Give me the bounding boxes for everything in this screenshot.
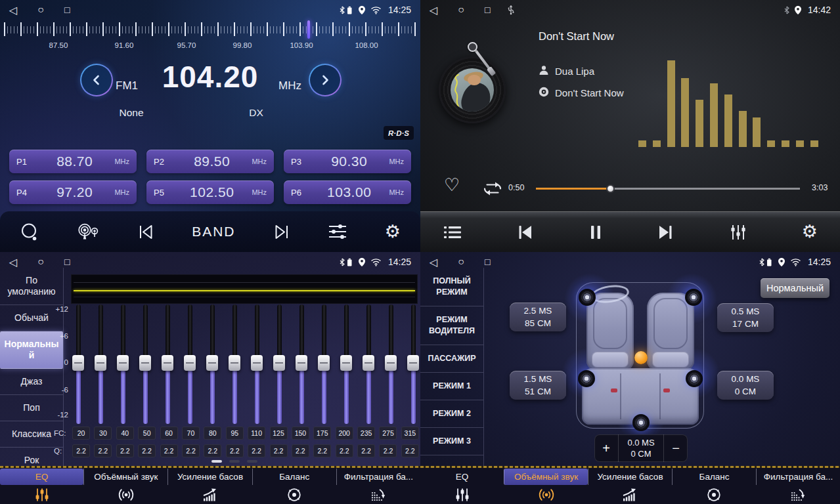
favorite-icon[interactable]: ♡ bbox=[444, 175, 460, 196]
fc-value[interactable]: 200 bbox=[336, 427, 353, 440]
back-icon[interactable]: ◁ bbox=[430, 256, 437, 268]
settings-gear-icon[interactable]: ⚙ bbox=[802, 223, 818, 241]
slider-thumb[interactable] bbox=[340, 355, 352, 371]
speaker-rear-right[interactable] bbox=[686, 370, 703, 387]
seek-down-button[interactable] bbox=[80, 64, 113, 96]
speaker-front-left[interactable] bbox=[579, 289, 596, 306]
eq-band-slider[interactable] bbox=[206, 304, 218, 425]
tuner-needle[interactable] bbox=[307, 20, 310, 39]
fc-value[interactable]: 110 bbox=[248, 427, 265, 440]
fc-value[interactable]: 40 bbox=[116, 427, 134, 440]
eq-band-slider[interactable] bbox=[229, 304, 240, 425]
eq-band-slider[interactable] bbox=[363, 304, 374, 425]
increase-delay-button[interactable]: + bbox=[594, 434, 618, 462]
q-value[interactable]: 2.2 bbox=[160, 444, 178, 457]
decrease-delay-button[interactable]: − bbox=[664, 434, 688, 462]
slider-thumb[interactable] bbox=[251, 355, 263, 371]
q-value[interactable]: 2.2 bbox=[336, 444, 353, 457]
speaker-rear-left[interactable] bbox=[578, 370, 595, 387]
fc-value[interactable]: 175 bbox=[313, 427, 331, 440]
fc-value[interactable]: 125 bbox=[270, 427, 288, 440]
preset-button[interactable]: P5102.50MHz bbox=[146, 180, 274, 204]
slider-thumb[interactable] bbox=[363, 355, 374, 371]
fc-value[interactable]: 20 bbox=[72, 427, 90, 440]
slider-thumb[interactable] bbox=[229, 355, 240, 371]
q-value[interactable]: 2.2 bbox=[270, 444, 288, 457]
tab-bass-boost[interactable]: Усиление басов bbox=[167, 469, 252, 485]
fc-value[interactable]: 315 bbox=[401, 427, 419, 440]
slider-thumb[interactable] bbox=[318, 355, 330, 371]
playlist-icon[interactable] bbox=[443, 224, 462, 240]
listening-mode-item[interactable]: РЕЖИМ 2 bbox=[420, 400, 483, 428]
listening-mode-item[interactable]: РЕЖИМ 1 bbox=[420, 373, 483, 400]
eq-band-slider[interactable] bbox=[385, 304, 397, 425]
slider-thumb[interactable] bbox=[385, 355, 397, 371]
home-icon[interactable]: ○ bbox=[37, 256, 44, 268]
q-value[interactable]: 2.2 bbox=[248, 444, 265, 457]
speaker-front-right[interactable] bbox=[685, 289, 702, 306]
fc-value[interactable]: 70 bbox=[182, 427, 200, 440]
home-icon[interactable]: ○ bbox=[458, 256, 464, 268]
delay-rear-right-button[interactable]: 0.0 MS 0 CM bbox=[717, 371, 774, 400]
eq-band-slider[interactable] bbox=[340, 304, 352, 425]
preset-button[interactable]: P188.70MHz bbox=[9, 150, 137, 173]
broadcast-icon[interactable] bbox=[76, 223, 100, 241]
previous-track-icon[interactable] bbox=[516, 224, 535, 241]
next-track-icon[interactable] bbox=[656, 224, 674, 241]
slider-thumb[interactable] bbox=[139, 355, 151, 371]
delay-front-right-button[interactable]: 0.5 MS 17 CM bbox=[717, 303, 774, 332]
balance-icon[interactable] bbox=[672, 485, 756, 504]
recents-icon[interactable]: □ bbox=[485, 257, 490, 267]
slider-thumb[interactable] bbox=[206, 355, 218, 371]
q-value[interactable]: 2.2 bbox=[313, 444, 331, 457]
filter-icon[interactable] bbox=[336, 485, 420, 504]
listening-mode-item[interactable]: ПАССАЖИР bbox=[420, 345, 483, 373]
preset-button[interactable]: P390.30MHz bbox=[284, 150, 411, 173]
recents-icon[interactable]: □ bbox=[64, 257, 70, 267]
eq-band-slider[interactable] bbox=[273, 304, 285, 425]
slider-thumb[interactable] bbox=[162, 355, 173, 371]
eq-band-slider[interactable] bbox=[318, 304, 330, 425]
seek-up-button[interactable] bbox=[309, 64, 342, 96]
eq-band-slider[interactable] bbox=[162, 304, 173, 425]
delay-rear-left-button[interactable]: 1.5 MS 51 CM bbox=[510, 371, 566, 400]
album-art-vinyl[interactable] bbox=[439, 56, 506, 123]
q-value[interactable]: 2.2 bbox=[116, 444, 134, 457]
listening-position-marker[interactable] bbox=[634, 351, 648, 364]
tab-filter[interactable]: Фильтрация ба... bbox=[756, 469, 840, 485]
band-button[interactable]: BAND bbox=[192, 224, 235, 240]
q-value[interactable]: 2.2 bbox=[72, 444, 90, 457]
dx-local-mode[interactable]: DX bbox=[230, 107, 282, 119]
q-value[interactable]: 2.2 bbox=[226, 444, 244, 457]
back-icon[interactable]: ◁ bbox=[9, 256, 17, 268]
fc-value[interactable]: 30 bbox=[94, 427, 112, 440]
listening-mode-item[interactable]: РЕЖИМ ВОДИТЕЛЯ bbox=[420, 306, 483, 345]
preset-button[interactable]: P289.50MHz bbox=[146, 150, 274, 173]
surround-icon[interactable] bbox=[504, 485, 588, 504]
tab-eq[interactable]: EQ bbox=[0, 469, 83, 485]
fc-value[interactable]: 80 bbox=[204, 427, 221, 440]
home-icon[interactable]: ○ bbox=[37, 4, 44, 16]
delay-front-left-button[interactable]: 2.5 MS 85 CM bbox=[510, 303, 566, 331]
slider-thumb[interactable] bbox=[407, 355, 419, 371]
eq-band-slider[interactable] bbox=[296, 304, 307, 425]
sound-preset-button[interactable]: Нормальный bbox=[761, 278, 829, 298]
q-value[interactable]: 2.2 bbox=[94, 444, 112, 457]
filter-icon[interactable] bbox=[756, 485, 840, 504]
eq-icon[interactable] bbox=[0, 485, 84, 504]
fc-value[interactable]: 60 bbox=[160, 427, 178, 440]
next-station-icon[interactable] bbox=[273, 224, 290, 240]
q-value[interactable]: 2.2 bbox=[379, 444, 397, 457]
speaker-center-rear[interactable] bbox=[632, 414, 650, 431]
fc-value[interactable]: 235 bbox=[357, 427, 375, 440]
scan-icon[interactable] bbox=[20, 222, 39, 242]
eq-preset-item[interactable]: По умолчанию bbox=[0, 268, 63, 305]
eq-band-slider[interactable] bbox=[95, 304, 106, 425]
bass-boost-icon[interactable] bbox=[588, 485, 673, 504]
slider-thumb[interactable] bbox=[72, 355, 84, 371]
tab-eq[interactable]: EQ bbox=[420, 469, 504, 485]
eq-settings-icon[interactable] bbox=[327, 222, 348, 241]
recents-icon[interactable]: □ bbox=[485, 5, 490, 15]
tab-balance[interactable]: Баланс bbox=[252, 469, 336, 485]
bass-boost-icon[interactable] bbox=[168, 485, 252, 504]
